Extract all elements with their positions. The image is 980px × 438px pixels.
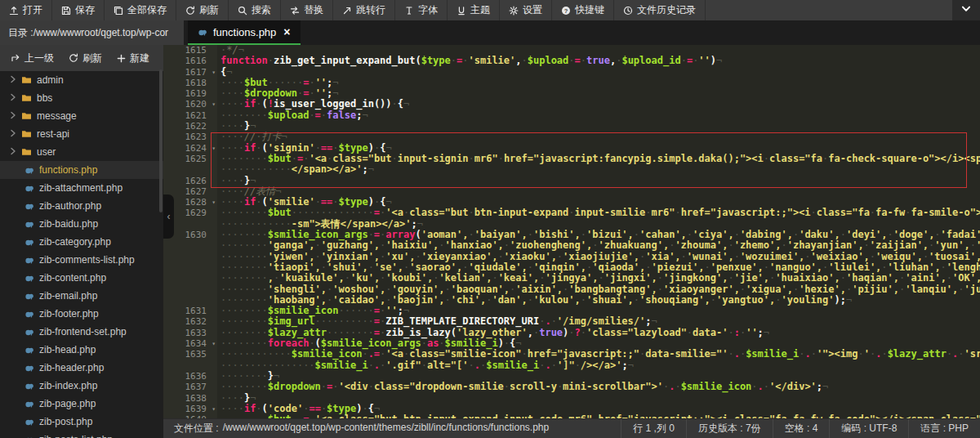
file-item-zib-frontend-set-php[interactable]: zib-frontend-set.php — [0, 323, 163, 341]
php-icon — [24, 310, 34, 319]
tab-label: functions.php — [213, 26, 276, 38]
save-icon — [61, 6, 71, 16]
save-all-button[interactable]: 全部保存 — [105, 0, 176, 20]
replace-button[interactable]: 替换 — [281, 0, 333, 20]
settings-button-label: 设置 — [523, 3, 542, 17]
font-button[interactable]: 字体 — [395, 0, 448, 20]
line-number: 1617▾ — [163, 67, 217, 78]
file-item-zib-posts-list-php[interactable]: zib-posts-list.php — [0, 431, 163, 438]
fold-arrow[interactable]: ▾ — [212, 143, 216, 154]
file-location-label: 文件位置 : — [174, 422, 219, 436]
file-item-zib-footer-php[interactable]: zib-footer.php — [0, 305, 163, 323]
sidebar-collapse-handle[interactable]: ‹ — [163, 194, 174, 239]
svg-text:?: ? — [564, 7, 568, 14]
file-label: functions.php — [39, 164, 97, 176]
up-level-button[interactable]: 上一级 — [3, 45, 61, 71]
folder-item-message[interactable]: message — [0, 107, 163, 125]
file-item-zib-index-php[interactable]: zib-index.php — [0, 377, 163, 395]
chevron-right-icon[interactable] — [10, 75, 16, 85]
status-indent-width: 空格 : 4 — [773, 419, 830, 438]
top-toolbar: 打开保存全部保存刷新搜索替换跳转行字体主题设置?快捷键文件历史记录 — [0, 0, 980, 20]
file-item-zib-content-php[interactable]: zib-content.php — [0, 269, 163, 287]
search-button[interactable]: 搜索 — [229, 0, 281, 20]
file-history-button[interactable]: 文件历史记录 — [614, 0, 706, 20]
tab-close-icon[interactable]: × — [283, 25, 290, 38]
path-tab-row: 目录 : /www/wwwroot/qget.top/wp-cor functi… — [0, 20, 980, 45]
chevron-right-icon[interactable] — [10, 129, 16, 139]
folder-icon — [21, 147, 32, 157]
line-number: 1626 — [163, 176, 217, 186]
sidebar-scrollbar[interactable] — [159, 69, 163, 212]
code-line: 1619····$dropdown·=·'';¬ — [163, 88, 980, 99]
fold-arrow[interactable]: ▾ — [212, 99, 216, 110]
file-item-zib-email-php[interactable]: zib-email.php — [0, 287, 163, 305]
fold-arrow[interactable]: ▾ — [212, 197, 216, 208]
tree-search-button[interactable]: 搜索 — [157, 45, 163, 71]
status-cursor-position-text: 行 1 ,列 0 — [633, 422, 675, 436]
code-line: ············</span></a>';¬ — [163, 164, 980, 175]
line-number: 1624▾ — [163, 143, 217, 154]
tab-functions-php[interactable]: functions.php × — [188, 20, 301, 45]
line-number: 1625 — [163, 154, 217, 164]
code-line: 1621········$upload·=·false;¬ — [163, 110, 980, 121]
tree-refresh-button[interactable]: 刷新 — [61, 45, 109, 71]
folder-item-admin[interactable]: admin — [0, 71, 163, 89]
status-language-text: 语言 : PHP — [920, 422, 969, 436]
code-line: 1628▾····if·('smilie'·==·$type)·{¬ — [163, 197, 980, 208]
hotkeys-button[interactable]: ?快捷键 — [552, 0, 614, 20]
code-editor[interactable]: 1615·*/¬1616function·zib_get_input_expan… — [163, 45, 980, 418]
file-item-zib-attachment-php[interactable]: zib-attachment.php — [0, 179, 163, 197]
code-line: 1629········$but··············=·'<a·clas… — [163, 208, 980, 218]
file-item-zib-author-php[interactable]: zib-author.php — [0, 197, 163, 215]
file-item-zib-comments-list-php[interactable]: zib-comments-list.php — [0, 251, 163, 269]
code-line: 1615·*/¬ — [163, 45, 980, 56]
chevron-right-icon[interactable] — [10, 147, 16, 157]
sidebar-toolbar: 上一级刷新新建搜索 — [0, 45, 163, 71]
refresh-button[interactable]: 刷新 — [176, 0, 229, 20]
chevron-right-icon[interactable] — [10, 93, 16, 103]
status-encoding-text: 编码 : UTF-8 — [841, 422, 897, 436]
code-line: 1623····//·打卡¬ — [163, 132, 980, 142]
save-button[interactable]: 保存 — [52, 0, 105, 20]
fold-arrow[interactable]: ▾ — [212, 338, 216, 349]
file-location: 文件位置 : /www/wwwroot/qget.top/wp-content/… — [163, 422, 621, 436]
line-number — [163, 273, 217, 284]
file-item-zib-post-php[interactable]: zib-post.php — [0, 413, 163, 431]
tree-refresh-button-label: 刷新 — [82, 51, 102, 65]
file-item-zib-header-php[interactable]: zib-header.php — [0, 359, 163, 377]
line-number — [163, 360, 217, 371]
folder-item-user[interactable]: user — [0, 143, 163, 161]
code-line: 1626····}¬ — [163, 176, 980, 186]
fold-arrow[interactable]: ▾ — [212, 404, 216, 414]
directory-path: 目录 : /www/wwwroot/qget.top/wp-cor — [0, 20, 184, 45]
line-number — [163, 240, 217, 251]
file-item-functions-php[interactable]: functions.php — [0, 161, 163, 179]
line-number: 1623 — [163, 132, 217, 142]
code-line: 1637········$dropdown·=·'<div·class="dro… — [163, 382, 980, 392]
goto-line-button[interactable]: 跳转行 — [333, 0, 395, 20]
file-item-zib-baidu-php[interactable]: zib-baidu.php — [0, 215, 163, 233]
toolbar-collapse-button[interactable] — [952, 0, 980, 20]
settings-icon — [509, 6, 519, 16]
php-icon — [24, 166, 34, 175]
theme-button[interactable]: 主题 — [448, 0, 500, 20]
line-number: 1621 — [163, 110, 217, 121]
code-line: 1630········$smilie_icon_args·=·array('a… — [163, 230, 980, 240]
open-button[interactable]: 打开 — [0, 0, 52, 20]
file-location-value: /www/wwwroot/qget.top/wp-content/themes/… — [223, 422, 550, 436]
fold-arrow[interactable]: ▾ — [212, 67, 216, 78]
status-language: 语言 : PHP — [908, 419, 980, 438]
file-label: zib-header.php — [39, 362, 104, 373]
chevron-right-icon[interactable] — [10, 111, 16, 121]
code-line: ········,·'kuaikule',·'ku',·'koubi',·'ke… — [163, 273, 980, 284]
code-line: 1631········$smilie_icon······=·'';¬ — [163, 306, 980, 316]
settings-button[interactable]: 设置 — [500, 0, 552, 20]
file-item-zib-head-php[interactable]: zib-head.php — [0, 341, 163, 359]
file-item-zib-category-php[interactable]: zib-category.php — [0, 233, 163, 251]
folder-item-rest-api[interactable]: rest-api — [0, 125, 163, 143]
folder-label: admin — [37, 74, 64, 86]
code-line: ········'shengli',·'woshou',·'gouyin',·'… — [163, 284, 980, 295]
folder-item-bbs[interactable]: bbs — [0, 89, 163, 107]
new-file-button[interactable]: 新建 — [109, 45, 157, 71]
file-item-zib-page-php[interactable]: zib-page.php — [0, 395, 163, 413]
